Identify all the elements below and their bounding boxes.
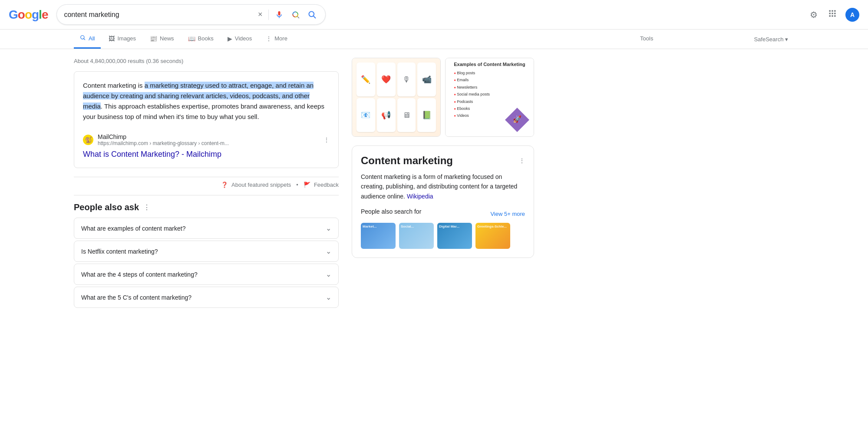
kp-thumb-label-3: Greetings-Schle... (475, 223, 510, 230)
avatar[interactable]: A (845, 8, 859, 22)
image-2: Examples of Content Marketing Blog posts… (446, 58, 534, 136)
search-input[interactable] (64, 11, 251, 19)
tab-images[interactable]: 🖼 Images (102, 30, 142, 49)
right-column: ✏️ ❤️ 🎙 📹 📧 📢 🖥 📗 Examples of Conten (352, 58, 534, 310)
source-name: MailChimp (98, 133, 319, 140)
tab-news-label: News (160, 35, 174, 42)
paa-chevron-0: ⌄ (326, 224, 331, 232)
search-bar-wrapper: × (56, 4, 326, 25)
section-separator (74, 195, 339, 195)
clear-search-button[interactable]: × (256, 8, 264, 21)
svg-rect-14 (832, 15, 833, 17)
paa-item-0[interactable]: What are examples of content market? ⌄ (74, 218, 339, 239)
kp-thumbs: Market... Social... Digital Mar... Greet… (361, 223, 525, 249)
apps-button[interactable] (826, 7, 838, 22)
logo-letter-g: G (9, 8, 18, 21)
paa-item-3[interactable]: What are the 5 C's of content marketing?… (74, 287, 339, 308)
kp-thumb-0[interactable]: Market... (361, 223, 396, 249)
kp-wikipedia-link[interactable]: Wikipedia (407, 193, 433, 200)
logo-letter-g2: g (32, 8, 39, 21)
source-menu-icon[interactable]: ⋮ (323, 136, 330, 143)
paa-question-0: What are examples of content market? (81, 225, 185, 232)
img2-list-item-0: Blog posts (454, 69, 525, 76)
svg-rect-9 (834, 10, 835, 12)
logo-letter-e: e (42, 8, 48, 21)
feedback-dot: • (296, 182, 298, 188)
paa-item-2[interactable]: What are the 4 steps of content marketin… (74, 264, 339, 285)
tab-images-label: Images (117, 35, 136, 42)
left-column: About 4,840,000,000 results (0.36 second… (74, 58, 339, 310)
svg-text:🚀: 🚀 (513, 115, 521, 123)
img2-list-item-4: Podcasts (454, 98, 525, 105)
voice-search-button[interactable] (273, 9, 285, 21)
img1-item-0: ✏️ (356, 63, 375, 96)
img2-list-item-3: Social media posts (454, 91, 525, 98)
tab-videos-label: Videos (235, 35, 252, 42)
tab-more[interactable]: ⋮ More (260, 30, 294, 49)
search-divider (268, 10, 269, 20)
snippet-text-after: . This approach establishes expertise, p… (83, 102, 324, 120)
kp-people-search-title: People also search for (361, 208, 421, 215)
img1-item-4: 📧 (356, 98, 375, 132)
img1-item-5: 📢 (377, 98, 396, 132)
search-bar-icons: × (256, 8, 319, 21)
kp-header: Content marketing ⋮ (361, 155, 525, 167)
main-content: About 4,840,000,000 results (0.36 second… (0, 49, 608, 318)
svg-rect-7 (829, 10, 831, 12)
settings-button[interactable]: ⚙ (808, 8, 819, 22)
paa-item-1[interactable]: Is Netflix content marketing? ⌄ (74, 241, 339, 262)
paa-header: People also ask ⋮ (74, 202, 339, 212)
about-featured-snippets-link[interactable]: About featured snippets (231, 182, 291, 188)
header-right: ⚙ A (808, 7, 859, 22)
more-tab-icon: ⋮ (266, 35, 272, 42)
google-logo[interactable]: Google (9, 8, 48, 22)
svg-rect-15 (834, 15, 835, 17)
results-count: About 4,840,000,000 results (0.36 second… (74, 58, 339, 64)
paa-menu-icon[interactable]: ⋮ (143, 203, 150, 212)
kp-menu-icon[interactable]: ⋮ (519, 157, 525, 164)
snippet-link[interactable]: What is Content Marketing? - Mailchimp (83, 150, 330, 159)
snippet-text: Content marketing is a marketing strateg… (83, 80, 330, 122)
kp-view-more-link[interactable]: View 5+ more (490, 211, 525, 217)
image-card-1[interactable]: ✏️ ❤️ 🎙 📹 📧 📢 🖥 📗 (352, 58, 441, 137)
svg-rect-12 (834, 13, 835, 14)
logo-letter-o1: o (18, 8, 25, 21)
images-row: ✏️ ❤️ 🎙 📹 📧 📢 🖥 📗 Examples of Conten (352, 58, 534, 137)
images-tab-icon: 🖼 (109, 35, 115, 42)
tab-all[interactable]: All (74, 30, 101, 49)
image-card-2[interactable]: Examples of Content Marketing Blog posts… (445, 58, 534, 137)
tab-videos[interactable]: ▶ Videos (221, 30, 258, 49)
safesearch-button[interactable]: SafeSearch ▾ (748, 31, 794, 48)
svg-rect-10 (829, 13, 831, 14)
paa-question-3: What are the 5 C's of content marketing? (81, 294, 191, 301)
img1-item-3: 📹 (417, 63, 436, 96)
kp-description: Content marketing is a form of marketing… (361, 172, 525, 201)
nav-tabs: All 🖼 Images 📰 News 📖 Books ▶ Videos ⋮ M… (0, 30, 868, 49)
kp-thumb-1[interactable]: Social... (399, 223, 434, 249)
img1-item-1: ❤️ (377, 63, 396, 96)
feedback-link[interactable]: Feedback (314, 182, 339, 188)
paa-chevron-1: ⌄ (326, 247, 331, 255)
snippet-feedback: ❓ About featured snippets • 🚩 Feedback (74, 177, 339, 188)
tab-all-label: All (89, 35, 95, 42)
featured-snippet: Content marketing is a marketing strateg… (74, 71, 339, 168)
feedback-flag-icon: 🚩 (304, 182, 310, 188)
books-tab-icon: 📖 (188, 35, 195, 42)
svg-rect-13 (829, 15, 831, 17)
kp-thumb-2[interactable]: Digital Mar... (437, 223, 472, 249)
tools-button[interactable]: Tools (634, 30, 659, 48)
tab-more-label: More (274, 35, 287, 42)
source-info: MailChimp https://mailchimp.com › market… (98, 133, 319, 146)
all-tab-icon (80, 35, 86, 42)
paa-section: People also ask ⋮ What are examples of c… (74, 202, 339, 308)
img2-diamond-graphic: 🚀 (504, 107, 530, 133)
lens-search-button[interactable] (290, 9, 302, 21)
paa-chevron-2: ⌄ (326, 270, 331, 278)
snippet-source: 🐒 MailChimp https://mailchimp.com › mark… (83, 129, 330, 146)
img1-content: ✏️ ❤️ 🎙 📹 📧 📢 🖥 📗 (352, 58, 440, 136)
tab-news[interactable]: 📰 News (144, 30, 180, 49)
img1-item-2: 🎙 (397, 63, 416, 96)
kp-thumb-3[interactable]: Greetings-Schle... (475, 223, 510, 249)
search-submit-button[interactable] (306, 9, 318, 21)
tab-books[interactable]: 📖 Books (182, 30, 220, 49)
